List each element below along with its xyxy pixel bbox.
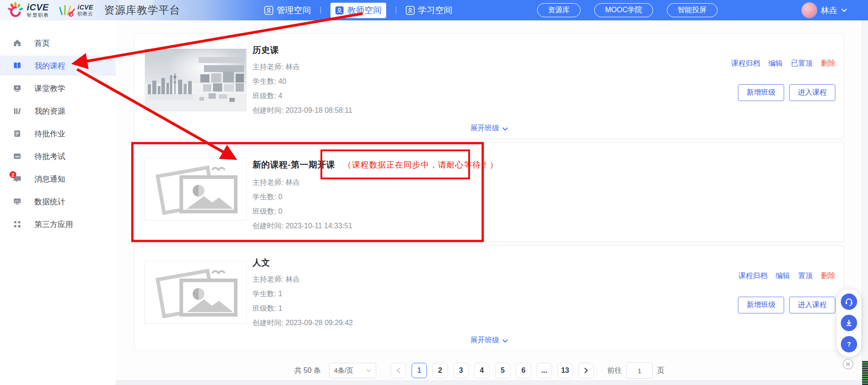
logo-primary-name: iCVE (27, 3, 49, 12)
brand-area: iCVE 智慧职教 iCVE 职教云 (7, 0, 180, 20)
course-actions: 课程归档编辑置顶删除 (738, 271, 835, 281)
course-button[interactable]: 新增班级 (738, 297, 784, 313)
course-buttons: 新增班级进入课程 (738, 297, 835, 313)
nav-separator (320, 7, 321, 14)
sidebar-item-classroom-teaching[interactable]: 课堂教学 (0, 78, 116, 98)
resources-icon (13, 106, 22, 116)
person-badge-icon (335, 6, 344, 15)
page-button-5[interactable]: 5 (495, 363, 510, 378)
nav-teacher-space[interactable]: 教师空间 (330, 3, 386, 18)
page-button-13[interactable]: 13 (558, 363, 573, 378)
homework-icon (13, 129, 22, 138)
sidebar-item-my-courses[interactable]: 我的课程 (0, 56, 116, 76)
course-card-history: 历史课主持老师: 林垚学生数: 40班级数: 4创建时间: 2023-09-18… (134, 33, 844, 139)
scrollbar-track[interactable] (862, 20, 868, 385)
quick-link-mooc-academy[interactable]: MOOC学院 (594, 3, 653, 17)
page-button-6[interactable]: 6 (516, 363, 531, 378)
space-nav: 管理空间教师空间学习空间 (264, 0, 452, 20)
nav-label: 教师空间 (347, 5, 382, 16)
pagination: 共 50 条 4条/页 123456...13 前往 页 (116, 362, 843, 379)
nav-admin-space[interactable]: 管理空间 (264, 5, 311, 16)
message-icon: 2 (13, 174, 22, 183)
page-size-select[interactable]: 4条/页 (329, 363, 376, 378)
icve-smart-vocational-logo: iCVE 智慧职教 (7, 2, 49, 19)
person-badge-icon (406, 6, 415, 15)
sidebar-item-pending-homework[interactable]: 待批作业 (0, 124, 116, 144)
close-icon (843, 359, 853, 370)
sidebar-item-data-statistics[interactable]: 数据统计 (0, 192, 116, 212)
action-link[interactable]: 已置顶 (791, 59, 813, 68)
sidebar-item-label: 课堂教学 (34, 83, 65, 94)
notification-badge: 2 (10, 171, 16, 178)
floating-toolbar: ? (837, 289, 861, 357)
prev-page-button[interactable] (391, 363, 406, 378)
goto-page-label: 前往 (607, 366, 622, 375)
expand-classes-link[interactable]: 展开班级 (135, 336, 844, 345)
support-headset-button[interactable] (841, 294, 857, 310)
action-link-delete[interactable]: 删除 (821, 271, 835, 281)
course-button[interactable]: 进入课程 (789, 297, 835, 313)
scrollbar-thumb[interactable] (862, 361, 868, 385)
action-link[interactable]: 课程归档 (738, 271, 767, 281)
quick-link-resource-library[interactable]: 资源库 (537, 3, 581, 17)
help-button[interactable]: ? (841, 336, 857, 352)
person-badge-icon (264, 6, 273, 15)
page-button-1[interactable]: 1 (412, 363, 427, 378)
user-menu[interactable]: 林垚 (802, 0, 847, 20)
sidebar-item-label: 数据统计 (34, 197, 65, 207)
course-meta-line: 主持老师: 林垚 (252, 272, 353, 287)
course-button[interactable]: 新增班级 (738, 84, 784, 101)
chevron-down-icon (502, 127, 508, 131)
user-name: 林垚 (821, 5, 837, 16)
course-meta: 主持老师: 林垚学生数: 1班级数: 1创建时间: 2023-09-28 09:… (252, 272, 353, 330)
course-meta-line: 学生数: 0 (252, 190, 352, 204)
main-content: 历史课主持老师: 林垚学生数: 40班级数: 4创建时间: 2023-09-18… (116, 20, 868, 385)
nav-learning-space[interactable]: 学习空间 (406, 5, 452, 16)
course-actions: 课程归档编辑已置顶删除 (731, 59, 835, 68)
action-link[interactable]: 编辑 (768, 59, 783, 68)
quick-link-smart-casting[interactable]: 智能投屏 (667, 3, 718, 17)
download-button[interactable] (841, 315, 857, 331)
user-avatar[interactable] (802, 3, 817, 18)
course-buttons: 新增班级进入课程 (738, 84, 835, 101)
fan-logo-icon (59, 3, 75, 18)
course-cover-history (145, 48, 247, 111)
sidebar-item-home[interactable]: 首页 (0, 33, 116, 53)
course-cover-humanities (145, 261, 247, 324)
expand-classes-link[interactable]: 展开班级 (135, 124, 844, 133)
logo-secondary-sub: 职教云 (78, 11, 93, 16)
nav-label: 学习空间 (418, 5, 452, 16)
sidebar-item-third-party-apps[interactable]: 第三方应用 (0, 214, 116, 234)
goto-page-input[interactable] (626, 362, 653, 379)
chevron-down-icon (366, 369, 371, 372)
course-meta-line: 创建时间: 2023-09-18 08:58:11 (252, 103, 352, 118)
action-link[interactable]: 编辑 (776, 271, 790, 281)
page-size-value: 4条/页 (334, 366, 354, 375)
course-sync-notice: （课程数据正在同步中，请耐心等待！） (343, 159, 498, 170)
exam-icon: 100 (13, 152, 22, 161)
course-button[interactable]: 进入课程 (789, 84, 835, 101)
sidebar-item-label: 我的课程 (34, 61, 65, 71)
page-button-4[interactable]: 4 (474, 363, 490, 378)
page-button-3[interactable]: 3 (453, 363, 469, 378)
sidebar-item-notifications[interactable]: 2消息通知 (0, 169, 116, 189)
sidebar-item-label: 待批作业 (34, 129, 65, 139)
action-link[interactable]: 置顶 (798, 271, 813, 281)
action-link-delete[interactable]: 删除 (821, 59, 835, 68)
next-page-button[interactable] (578, 363, 594, 378)
chevron-right-icon (584, 367, 588, 374)
action-link[interactable]: 课程归档 (731, 59, 760, 68)
pagination-total: 共 50 条 (294, 366, 321, 375)
sidebar-item-my-resources[interactable]: 我的资源 (0, 101, 116, 121)
page-button-2[interactable]: 2 (432, 363, 448, 378)
course-title: 新的课程-第一期开课 (252, 159, 335, 171)
course-meta-line: 班级数: 4 (252, 89, 352, 103)
page-ellipsis[interactable]: ... (537, 363, 552, 378)
logo-secondary-name: iCVE (78, 4, 93, 10)
top-header: iCVE 智慧职教 iCVE 职教云 (0, 0, 868, 20)
sidebar-item-pending-exams[interactable]: 100待批考试 (0, 146, 116, 166)
floating-toolbar-close-button[interactable] (843, 359, 853, 370)
sidebar: 首页我的课程课堂教学我的资源待批作业100待批考试2消息通知数据统计第三方应用 (0, 20, 116, 385)
sidebar-item-label: 我的资源 (34, 106, 65, 116)
course-meta-line: 学生数: 1 (252, 287, 353, 301)
